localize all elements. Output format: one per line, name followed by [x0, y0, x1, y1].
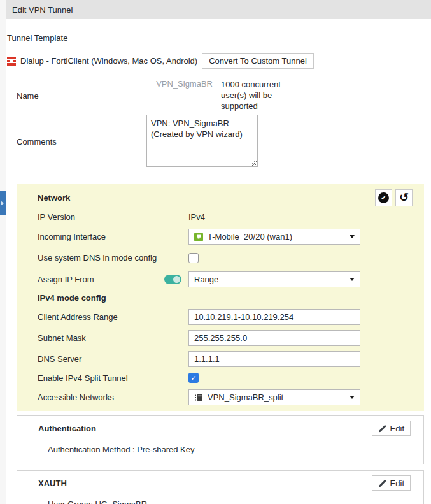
address-group-icon [194, 393, 203, 402]
assign-ip-from-value: Range [194, 275, 218, 284]
split-tunnel-checkbox[interactable]: ✓ [188, 373, 199, 383]
split-tunnel-row: Enable IPv4 Split Tunnel ✓ [38, 373, 413, 383]
authentication-edit-button[interactable]: Edit [372, 421, 411, 436]
accessible-networks-label: Accessible Networks [38, 392, 188, 402]
client-address-range-row: Client Address Range [38, 309, 413, 325]
left-nav-strip [0, 0, 6, 504]
dns-server-label: DNS Server [38, 354, 188, 364]
network-section: Network ✔ ↺ IP Version IPv4 Incoming Int… [17, 184, 424, 411]
subnet-mask-row: Subnet Mask [38, 330, 413, 346]
toggle-knob [173, 276, 180, 283]
edit-button-label: Edit [390, 479, 404, 488]
authentication-header: Authentication Edit [38, 421, 411, 436]
comments-textarea[interactable]: VPN: VPN_SigmaBR (Created by VPN wizard) [146, 115, 258, 167]
system-dns-label: Use system DNS in mode config [38, 253, 188, 263]
edit-button-label: Edit [390, 424, 404, 433]
chevron-down-icon [350, 396, 355, 399]
name-row: Name VPN_SigmaBR 1000 concurrent user(s)… [6, 79, 431, 112]
nav-chevron-icon [1, 201, 4, 206]
comments-label: Comments [6, 137, 146, 147]
accessible-networks-select[interactable]: VPN_SigmaBR_split [188, 389, 360, 405]
active-nav-tab[interactable] [0, 191, 6, 215]
undo-icon: ↺ [399, 192, 409, 203]
authentication-section: Authentication Edit Authentication Metho… [17, 415, 424, 464]
name-concurrent-note: 1000 concurrent user(s) will be supporte… [221, 79, 297, 112]
convert-to-custom-tunnel-button[interactable]: Convert To Custom Tunnel [202, 53, 314, 69]
ip-version-value: IPv4 [188, 212, 205, 222]
incoming-interface-label: Incoming Interface [38, 232, 188, 241]
dns-server-row: DNS Server [38, 351, 413, 367]
chevron-down-icon [350, 235, 355, 238]
check-circle-icon: ✔ [378, 192, 389, 203]
name-value: VPN_SigmaBR [146, 79, 213, 89]
system-dns-row: Use system DNS in mode config [38, 252, 413, 263]
split-tunnel-label: Enable IPv4 Split Tunnel [38, 373, 188, 383]
xauth-edit-button[interactable]: Edit [372, 475, 411, 491]
accessible-networks-value: VPN_SigmaBR_split [208, 392, 283, 402]
ip-version-label: IP Version [38, 212, 188, 222]
subnet-mask-input[interactable] [188, 330, 360, 346]
section-revert-button[interactable]: ↺ [395, 189, 413, 206]
ip-version-row: IP Version IPv4 [38, 211, 413, 222]
network-section-title: Network [38, 193, 70, 203]
system-dns-checkbox[interactable] [188, 253, 199, 263]
pencil-icon [378, 479, 386, 487]
xauth-user-group-text: User Group: UG_SigmaBR [48, 500, 411, 504]
ipv4-mode-config-label: IPv4 mode config [38, 292, 413, 303]
edit-vpn-tunnel-page: Edit VPN Tunnel Tunnel Template Dialup -… [6, 0, 431, 504]
authentication-method-text: Authentication Method : Pre-shared Key [48, 445, 411, 454]
assign-ip-from-label: Assign IP From [38, 275, 94, 284]
comments-row: Comments VPN: VPN_SigmaBR (Created by VP… [6, 115, 431, 169]
assign-ip-from-select[interactable]: Range [188, 271, 360, 287]
fortinet-grid-icon [7, 57, 16, 66]
page-title: Edit VPN Tunnel [12, 5, 73, 15]
incoming-interface-row: Incoming Interface T-Mobile_20/20 (wan1) [38, 229, 413, 245]
tunnel-template-label: Tunnel Template [7, 33, 431, 43]
dns-server-input[interactable] [188, 351, 360, 367]
tunnel-type-row: Dialup - FortiClient (Windows, Mac OS, A… [7, 53, 431, 69]
name-label: Name [6, 91, 146, 101]
xauth-header: XAUTH Edit [38, 475, 411, 491]
client-address-range-label: Client Address Range [38, 312, 188, 322]
chevron-down-icon [350, 278, 355, 281]
accessible-networks-row: Accessible Networks VPN_SigmaBR_split [38, 389, 413, 405]
assign-ip-toggle[interactable] [164, 275, 181, 284]
ethernet-port-icon [194, 233, 203, 241]
subnet-mask-label: Subnet Mask [38, 333, 188, 343]
page-title-bar: Edit VPN Tunnel [6, 0, 431, 19]
checkmark-icon: ✓ [190, 374, 196, 382]
section-apply-button[interactable]: ✔ [375, 189, 392, 206]
incoming-interface-value: T-Mobile_20/20 (wan1) [208, 232, 292, 241]
pencil-icon [378, 424, 386, 433]
xauth-title: XAUTH [38, 479, 67, 488]
incoming-interface-select[interactable]: T-Mobile_20/20 (wan1) [188, 229, 360, 245]
authentication-title: Authentication [38, 424, 96, 433]
network-section-header: Network ✔ ↺ [38, 189, 413, 206]
tunnel-type-label: Dialup - FortiClient (Windows, Mac OS, A… [20, 56, 197, 66]
assign-ip-from-row: Assign IP From Range [38, 271, 413, 287]
client-address-range-input[interactable] [188, 309, 360, 325]
xauth-section: XAUTH Edit User Group: UG_SigmaBR [17, 470, 424, 504]
